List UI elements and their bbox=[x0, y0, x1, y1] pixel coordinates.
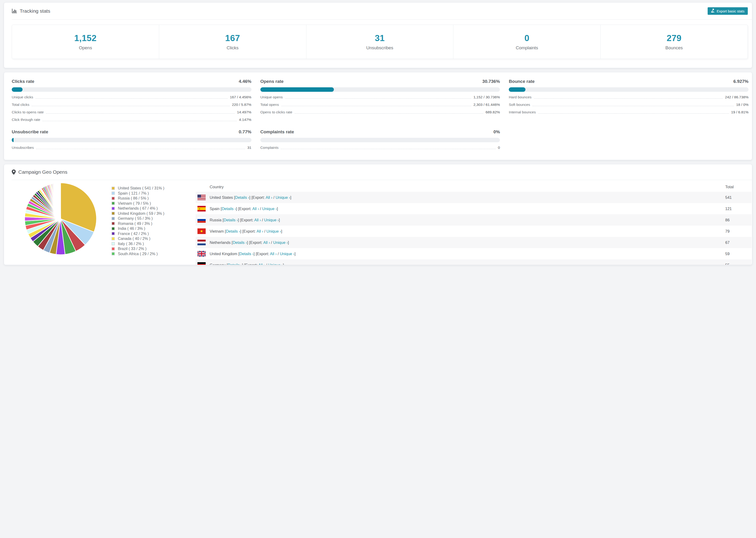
export-all-link[interactable]: All › bbox=[270, 252, 277, 256]
es-emblem bbox=[199, 208, 200, 210]
legend-item[interactable]: Italy ( 36 / 2% ) bbox=[112, 241, 189, 246]
legend-item[interactable]: Brazil ( 33 / 2% ) bbox=[112, 246, 189, 251]
legend-item[interactable]: Romania ( 49 / 3% ) bbox=[112, 221, 189, 226]
details-link[interactable]: Details › bbox=[224, 218, 238, 222]
rate-row-value: 4.147% bbox=[239, 118, 251, 122]
export-all-link[interactable]: All › bbox=[266, 195, 272, 199]
progress-bar bbox=[12, 87, 251, 92]
export-unique-link[interactable]: Unique › bbox=[262, 207, 277, 211]
rate-panel-title: Complaints rate bbox=[260, 129, 294, 134]
bracket-text: ] [Export: bbox=[238, 218, 254, 222]
details-link[interactable]: Details › bbox=[235, 195, 249, 199]
legend-item[interactable]: United Kingdom ( 59 / 3% ) bbox=[112, 211, 189, 216]
rate-panel-value: 4.46% bbox=[239, 79, 251, 84]
progress-bar-fill bbox=[260, 87, 334, 92]
legend-item[interactable]: United States ( 541 / 31% ) bbox=[112, 186, 189, 191]
country-cell: ★Vietnam [Details ›] [Export: All › / Un… bbox=[195, 228, 378, 234]
export-unique-link[interactable]: Unique › bbox=[268, 263, 283, 265]
geo-table-row: Spain [Details ›] [Export: All › / Uniqu… bbox=[195, 203, 378, 214]
country-name: United States [ bbox=[210, 195, 235, 199]
flag-icon-de bbox=[197, 262, 206, 265]
country-name: Russia [ bbox=[210, 218, 224, 222]
legend-item[interactable]: India ( 46 / 3% ) bbox=[112, 226, 189, 231]
rate-panel-rows: Unique opens1,152 / 30.736%Total opens2,… bbox=[260, 95, 378, 114]
legend-item[interactable]: Germany ( 55 / 3% ) bbox=[112, 216, 189, 221]
details-link[interactable]: Details › bbox=[226, 229, 240, 233]
legend-swatch bbox=[112, 207, 115, 210]
dotted-leader bbox=[46, 113, 235, 114]
us-canton bbox=[197, 194, 201, 198]
export-unique-link[interactable]: Unique › bbox=[264, 218, 279, 222]
details-link[interactable]: Details › bbox=[233, 241, 247, 244]
export-all-link[interactable]: All › bbox=[257, 229, 263, 233]
country-cell: Spain [Details ›] [Export: All › / Uniqu… bbox=[195, 206, 378, 211]
country-name: Germany [ bbox=[210, 263, 228, 265]
details-link[interactable]: Details › bbox=[222, 207, 236, 211]
flag-icon-vn: ★ bbox=[197, 228, 206, 234]
legend-swatch bbox=[112, 191, 115, 195]
country-cell-text: Vietnam [Details ›] [Export: All › / Uni… bbox=[210, 229, 282, 234]
legend-label: Italy ( 36 / 2% ) bbox=[118, 242, 144, 246]
bracket-close: ] bbox=[288, 241, 289, 244]
export-unique-link[interactable]: Unique › bbox=[276, 195, 290, 199]
country-cell: Germany [Details ›] [Export: All › / Uni… bbox=[195, 262, 378, 265]
rate-row-label: Unique opens bbox=[260, 95, 283, 99]
legend-item[interactable]: Russia ( 86 / 5% ) bbox=[112, 196, 189, 201]
export-all-link[interactable]: All › bbox=[258, 263, 265, 265]
bracket-text: ] [Export: bbox=[253, 252, 270, 256]
tracking-stats-card: Tracking stats Export basic stats 1,152O… bbox=[4, 2, 378, 68]
legend-item[interactable]: Netherlands ( 67 / 4% ) bbox=[112, 206, 189, 211]
legend-item[interactable]: South Africa ( 29 / 2% ) bbox=[112, 251, 189, 256]
legend-item[interactable]: Canada ( 40 / 2% ) bbox=[112, 236, 189, 241]
legend-swatch bbox=[112, 217, 115, 220]
details-link[interactable]: Details › bbox=[228, 263, 242, 265]
legend-swatch bbox=[112, 252, 115, 255]
geo-table-header: Country Total bbox=[195, 183, 378, 192]
legend-label: France ( 42 / 2% ) bbox=[118, 232, 149, 236]
details-link[interactable]: Details › bbox=[240, 252, 254, 256]
legend-item[interactable]: Spain ( 121 / 7% ) bbox=[112, 191, 189, 196]
map-pin-icon bbox=[12, 170, 16, 175]
tile-value: 1,152 bbox=[74, 33, 96, 43]
slash-text: / bbox=[272, 195, 276, 199]
rate-panel-title: Opens rate bbox=[260, 79, 284, 84]
flag-icon-nl bbox=[197, 240, 206, 245]
slash-text: / bbox=[270, 241, 273, 244]
geo-table-row: Germany [Details ›] [Export: All › / Uni… bbox=[195, 259, 378, 265]
legend-swatch bbox=[112, 237, 115, 241]
country-column-header: Country bbox=[195, 185, 378, 189]
slash-text: / bbox=[259, 207, 262, 211]
export-unique-link[interactable]: Unique › bbox=[266, 229, 281, 233]
legend-swatch bbox=[112, 212, 115, 215]
summary-tile-unsubscribes: 31Unsubscribes bbox=[306, 25, 378, 59]
legend-label: Netherlands ( 67 / 4% ) bbox=[118, 206, 158, 211]
progress-bar-fill bbox=[12, 87, 23, 92]
rate-panel-rows: Unsubscribes31 bbox=[12, 145, 251, 150]
export-all-link[interactable]: All › bbox=[252, 207, 259, 211]
export-all-link[interactable]: All › bbox=[254, 218, 261, 222]
rate-panel-title: Unsubscribe rate bbox=[12, 129, 48, 134]
export-unique-link[interactable]: Unique › bbox=[273, 241, 288, 244]
rate-row: Complaints0 bbox=[260, 145, 378, 150]
rate-row-value: 31 bbox=[247, 145, 251, 150]
country-name: Vietnam [ bbox=[210, 229, 226, 233]
legend-label: Vietnam ( 79 / 5% ) bbox=[118, 201, 151, 206]
rate-row-label: Click through rate bbox=[12, 118, 40, 122]
progress-bar bbox=[260, 87, 378, 92]
rate-row: Opens to clicks rate689.82% bbox=[260, 110, 378, 114]
country-name: Netherlands [ bbox=[210, 241, 233, 244]
slash-text: / bbox=[265, 263, 268, 265]
legend-item[interactable]: France ( 42 / 2% ) bbox=[112, 231, 189, 237]
geo-table: Country Total United States [Details ›] … bbox=[195, 183, 378, 265]
rate-row: Total opens2,303 / 61.446% bbox=[260, 103, 378, 107]
rate-row: Click through rate4.147% bbox=[12, 118, 251, 122]
legend-item[interactable]: Vietnam ( 79 / 5% ) bbox=[112, 201, 189, 206]
tracking-stats-header: Tracking stats Export basic stats bbox=[4, 3, 378, 20]
legend-swatch bbox=[112, 222, 115, 225]
summary-tile-clicks: 167Clicks bbox=[159, 25, 306, 59]
pie-slice-other[interactable] bbox=[60, 183, 61, 219]
export-unique-link[interactable]: Unique › bbox=[280, 252, 295, 256]
rate-panel-rows: Unique clicks167 / 4.456%Total clicks220… bbox=[12, 95, 251, 122]
export-all-link[interactable]: All › bbox=[263, 241, 270, 244]
legend-label: Canada ( 40 / 2% ) bbox=[118, 237, 150, 241]
